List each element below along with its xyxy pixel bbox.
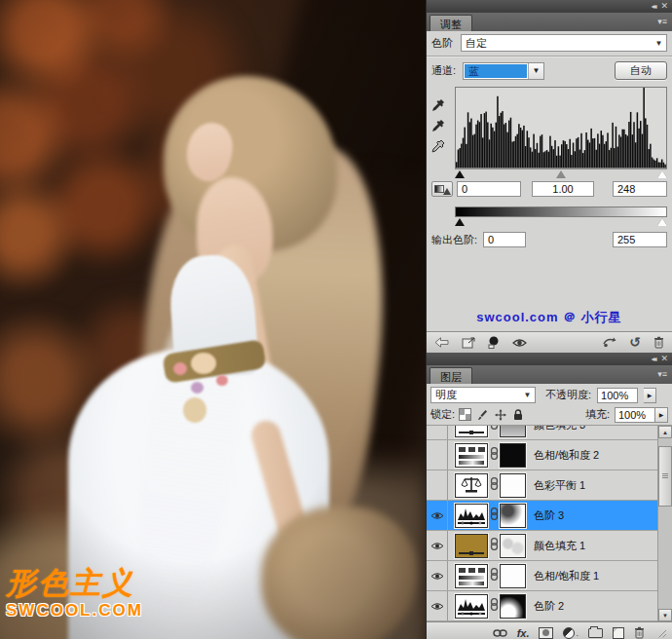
levels-clip-preview-icon[interactable] (431, 181, 453, 197)
black-point-eyedropper-icon[interactable] (431, 98, 445, 112)
back-arrow-icon[interactable] (434, 337, 449, 348)
layer-mask-thumbnail[interactable] (500, 473, 526, 498)
channel-label: 通道: (431, 63, 456, 78)
levels-preset-value: 自定 (462, 36, 652, 51)
layer-mask-thumbnail[interactable] (500, 426, 526, 437)
add-layer-mask-icon[interactable] (539, 627, 553, 639)
chevron-down-icon: ▼ (652, 39, 666, 48)
layer-mask-thumbnail[interactable] (500, 594, 526, 619)
mask-link-icon (488, 476, 500, 494)
chevron-down-icon: ▼ (528, 63, 543, 79)
scroll-up-arrow-icon[interactable]: ▲ (658, 426, 672, 438)
site-logo: 形色主义 SWCOOL.COM (6, 568, 143, 619)
layer-row-hue-saturation-1[interactable]: 色相/饱和度 1 (427, 561, 657, 591)
color-fill-thumbnail[interactable] (455, 534, 488, 558)
photo-canvas[interactable]: 形色主义 SWCOOL.COM (0, 0, 426, 639)
layer-styles-fx-icon[interactable]: fx. (517, 627, 530, 639)
lock-transparency-icon[interactable] (459, 408, 471, 421)
layers-panel-header: ◂◂ ✕ (427, 353, 672, 365)
white-point-eyedropper-icon[interactable] (431, 139, 445, 153)
layer-name: 色彩平衡 1 (534, 478, 585, 493)
tab-adjustments[interactable]: 调整 (429, 15, 472, 31)
blend-mode-dropdown[interactable]: 明度 ▼ (430, 387, 536, 403)
layer-name: 色阶 3 (534, 508, 564, 523)
adjustments-panel-header: ◂◂ ✕ (427, 0, 672, 13)
watermark-text: swcool.com ＠ 小行星 (431, 309, 667, 329)
expanded-view-icon[interactable] (462, 337, 475, 349)
visibility-toggle-eye-icon[interactable] (427, 501, 448, 530)
input-midtone-field[interactable]: 1.00 (532, 181, 594, 197)
trash-icon[interactable] (653, 336, 664, 349)
tab-layers[interactable]: 图层 (429, 367, 472, 384)
levels-label: 色阶 (431, 36, 453, 51)
new-group-folder-icon[interactable] (588, 628, 603, 638)
channel-value: 蓝 (465, 64, 527, 78)
visibility-toggle-empty[interactable] (427, 426, 448, 439)
layer-mask-thumbnail[interactable] (500, 443, 526, 468)
panel-menu-icon[interactable]: ▾≡ (657, 17, 667, 26)
delete-layer-trash-icon[interactable] (634, 626, 645, 639)
gray-point-eyedropper-icon[interactable] (431, 119, 445, 132)
toggle-visibility-eye-icon[interactable] (512, 338, 527, 348)
panel-resize-grip[interactable] (656, 628, 666, 638)
midtone-input-slider[interactable] (556, 170, 566, 178)
channel-dropdown[interactable]: 蓝 ▼ (463, 62, 544, 80)
output-shadow-field[interactable]: 0 (483, 232, 526, 247)
hue-saturation-thumbnail[interactable] (455, 443, 488, 468)
visibility-toggle-eye-icon[interactable] (427, 561, 448, 590)
layers-scrollbar[interactable]: ▲ ▼ (657, 426, 672, 621)
layer-row-color-fill-3[interactable]: 颜色填充 3 (427, 426, 657, 440)
output-shadow-slider[interactable] (455, 218, 465, 226)
lock-pixels-brush-icon[interactable] (476, 408, 489, 421)
output-levels-label: 输出色阶: (431, 233, 477, 247)
lock-position-move-icon[interactable] (494, 408, 506, 421)
panel-menu-icon[interactable]: ▾≡ (657, 369, 667, 379)
levels-histogram (455, 87, 667, 169)
lock-all-padlock-icon[interactable] (511, 408, 524, 421)
auto-button[interactable]: 自动 (615, 61, 667, 80)
output-highlight-slider[interactable] (657, 218, 667, 226)
color-fill-thumbnail[interactable] (455, 426, 488, 437)
visibility-toggle-eye-icon[interactable] (427, 591, 448, 620)
layer-row-levels-3-selected[interactable]: 色阶 3 (427, 501, 657, 531)
reset-icon[interactable]: ↺ (629, 336, 641, 349)
levels-thumbnail[interactable] (455, 594, 488, 619)
new-adjustment-layer-icon[interactable]: . (563, 627, 579, 639)
visibility-toggle-eye-icon[interactable] (427, 531, 448, 560)
close-panel-icon[interactable]: ✕ (660, 355, 668, 363)
visibility-toggle-empty[interactable] (427, 470, 448, 500)
collapse-panel-icon[interactable]: ◂◂ (651, 2, 654, 11)
levels-preset-dropdown[interactable]: 自定 ▼ (461, 34, 667, 52)
layer-row-color-fill-1[interactable]: 颜色填充 1 (427, 531, 657, 561)
color-balance-thumbnail[interactable] (455, 473, 488, 498)
fill-field[interactable]: 100% (615, 407, 655, 423)
hue-saturation-thumbnail[interactable] (455, 564, 488, 588)
layer-row-levels-2[interactable]: 色阶 2 (427, 591, 657, 621)
input-highlight-field[interactable]: 248 (613, 181, 667, 197)
collapse-panel-icon[interactable]: ◂◂ (651, 355, 654, 363)
opacity-field[interactable]: 100% (597, 388, 638, 403)
layer-name: 色相/饱和度 1 (534, 569, 599, 583)
output-highlight-field[interactable]: 255 (613, 232, 667, 247)
layer-row-hue-saturation-2[interactable]: 色相/饱和度 2 (427, 440, 657, 470)
layer-row-color-balance-1[interactable]: 色彩平衡 1 (427, 470, 657, 501)
layer-mask-thumbnail[interactable] (500, 534, 526, 558)
levels-thumbnail[interactable] (455, 504, 488, 528)
scrollbar-track[interactable] (658, 438, 672, 609)
view-previous-state-icon[interactable] (602, 337, 616, 348)
close-panel-icon[interactable]: ✕ (660, 2, 668, 11)
new-layer-icon[interactable] (613, 627, 624, 639)
clip-to-layer-icon[interactable] (488, 336, 500, 349)
fill-spinner-icon[interactable]: ▶ (655, 407, 668, 423)
highlight-input-slider[interactable] (657, 170, 667, 178)
scroll-down-arrow-icon[interactable]: ▼ (658, 609, 672, 621)
scrollbar-thumb[interactable] (658, 446, 672, 507)
input-shadow-field[interactable]: 0 (457, 181, 521, 197)
shadow-input-slider[interactable] (455, 170, 465, 178)
layer-name: 色阶 2 (534, 599, 564, 614)
layer-mask-thumbnail[interactable] (500, 564, 526, 588)
opacity-spinner-icon[interactable]: ▶ (644, 388, 656, 403)
link-layers-icon[interactable] (493, 629, 507, 637)
visibility-toggle-empty[interactable] (427, 440, 448, 470)
layer-mask-thumbnail[interactable] (500, 504, 526, 528)
